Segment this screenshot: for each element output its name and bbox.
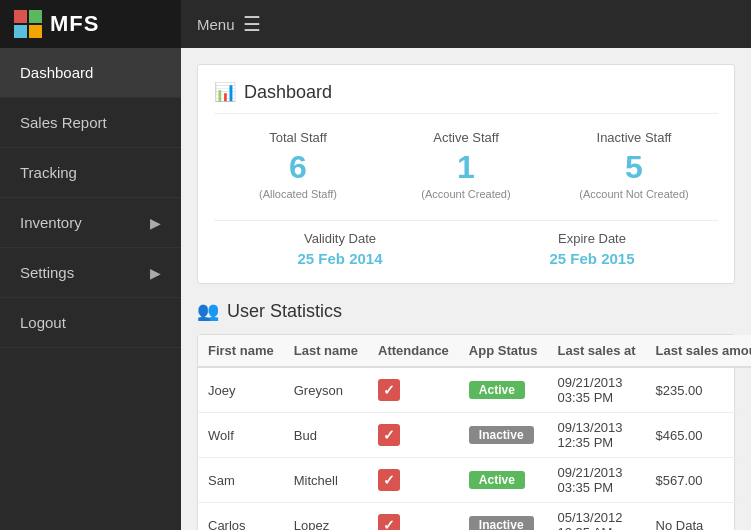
cell-last-name: Greyson [284,367,368,413]
cell-last-name: Lopez [284,503,368,531]
logo-bar: MFS [0,0,181,48]
status-badge: Inactive [469,516,534,530]
user-statistics-section: 👥 User Statistics First name Last name A… [197,300,735,530]
cell-app-status: Active [459,458,548,503]
chevron-right-icon: ▶ [150,265,161,281]
table-row: Sam Mitchell ✓ Active 09/21/2013 03:35 P… [198,458,751,503]
cell-last-sale: 09/21/2013 03:35 PM [547,458,645,503]
svg-rect-3 [29,25,42,38]
active-staff-sub: (Account Created) [382,188,550,200]
topbar: Menu ☰ [181,0,751,48]
status-badge: Active [469,381,525,399]
sidebar-item-dashboard[interactable]: Dashboard [0,48,181,98]
content-area: 📊 Dashboard Total Staff 6 (Allocated Sta… [181,48,751,530]
cell-attendance: ✓ [368,503,459,531]
cell-last-sale: 05/13/2012 10:35 AM [547,503,645,531]
bar-chart-icon: 📊 [214,81,236,103]
sidebar-item-inventory[interactable]: Inventory ▶ [0,198,181,248]
cell-last-amount: No Data [646,503,751,531]
dashboard-card: 📊 Dashboard Total Staff 6 (Allocated Sta… [197,64,735,284]
user-stats-title: 👥 User Statistics [197,300,735,322]
inactive-staff-sub: (Account Not Created) [550,188,718,200]
active-staff-value: 1 [382,149,550,186]
menu-label: Menu [197,16,235,33]
check-icon: ✓ [378,469,400,491]
stats-row: Total Staff 6 (Allocated Staff) Active S… [214,130,718,200]
table-row: Wolf Bud ✓ Inactive 09/13/2013 12:35 PM … [198,413,751,458]
svg-rect-2 [14,25,27,38]
col-last-name: Last name [284,335,368,367]
cell-first-name: Sam [198,458,284,503]
user-stats-card: First name Last name Attendance App Stat… [197,334,735,530]
cell-last-name: Bud [284,413,368,458]
sidebar-item-label: Tracking [20,164,77,181]
main-area: Menu ☰ 📊 Dashboard Total Staff 6 (Alloca… [181,0,751,530]
cell-attendance: ✓ [368,458,459,503]
sidebar-item-logout[interactable]: Logout [0,298,181,348]
logo-icon [14,10,42,38]
sidebar-item-label: Inventory [20,214,82,231]
cell-last-amount: $567.00 [646,458,751,503]
inactive-staff-label: Inactive Staff [550,130,718,145]
dates-row: Validity Date 25 Feb 2014 Expire Date 25… [214,220,718,267]
svg-rect-1 [29,10,42,23]
total-staff-label: Total Staff [214,130,382,145]
check-icon: ✓ [378,424,400,446]
cell-first-name: Wolf [198,413,284,458]
chevron-right-icon: ▶ [150,215,161,231]
validity-value: 25 Feb 2014 [214,250,466,267]
app-name: MFS [50,11,99,37]
status-badge: Active [469,471,525,489]
cell-last-sale: 09/13/2013 12:35 PM [547,413,645,458]
sidebar-item-tracking[interactable]: Tracking [0,148,181,198]
users-icon: 👥 [197,300,219,322]
table-header-row: First name Last name Attendance App Stat… [198,335,751,367]
status-badge: Inactive [469,426,534,444]
hamburger-icon[interactable]: ☰ [243,12,261,36]
cell-first-name: Carlos [198,503,284,531]
expire-label: Expire Date [466,231,718,246]
sidebar-item-label: Settings [20,264,74,281]
check-icon: ✓ [378,379,400,401]
validity-label: Validity Date [214,231,466,246]
cell-last-sale: 09/21/2013 03:35 PM [547,367,645,413]
inactive-staff-stat: Inactive Staff 5 (Account Not Created) [550,130,718,200]
sidebar-item-settings[interactable]: Settings ▶ [0,248,181,298]
cell-attendance: ✓ [368,367,459,413]
cell-last-amount: $465.00 [646,413,751,458]
expire-date: Expire Date 25 Feb 2015 [466,231,718,267]
check-icon: ✓ [378,514,400,530]
col-first-name: First name [198,335,284,367]
cell-app-status: Inactive [459,413,548,458]
inactive-staff-value: 5 [550,149,718,186]
expire-value: 25 Feb 2015 [466,250,718,267]
total-staff-sub: (Allocated Staff) [214,188,382,200]
sidebar-item-label: Sales Report [20,114,107,131]
cell-first-name: Joey [198,367,284,413]
active-staff-stat: Active Staff 1 (Account Created) [382,130,550,200]
cell-app-status: Inactive [459,503,548,531]
col-last-sale: Last sales at [547,335,645,367]
col-app-status: App Status [459,335,548,367]
user-stats-table: First name Last name Attendance App Stat… [198,335,751,530]
cell-app-status: Active [459,367,548,413]
cell-last-name: Mitchell [284,458,368,503]
sidebar-item-label: Logout [20,314,66,331]
cell-attendance: ✓ [368,413,459,458]
total-staff-value: 6 [214,149,382,186]
table-row: Carlos Lopez ✓ Inactive 05/13/2012 10:35… [198,503,751,531]
dashboard-title: 📊 Dashboard [214,81,718,114]
sidebar-item-sales-report[interactable]: Sales Report [0,98,181,148]
validity-date: Validity Date 25 Feb 2014 [214,231,466,267]
svg-rect-0 [14,10,27,23]
cell-last-amount: $235.00 [646,367,751,413]
active-staff-label: Active Staff [382,130,550,145]
total-staff-stat: Total Staff 6 (Allocated Staff) [214,130,382,200]
sidebar: MFS Dashboard Sales Report Tracking Inve… [0,0,181,530]
table-row: Joey Greyson ✓ Active 09/21/2013 03:35 P… [198,367,751,413]
sidebar-item-label: Dashboard [20,64,93,81]
col-attendance: Attendance [368,335,459,367]
col-last-amount: Last sales amount [646,335,751,367]
